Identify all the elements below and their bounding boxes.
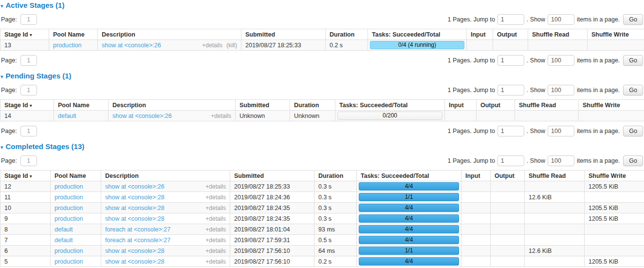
col-header-stage-id[interactable]: Stage Id▾ [0, 171, 51, 181]
col-header-pool-name[interactable]: Pool Name [49, 29, 98, 40]
show-text: . Show [527, 157, 545, 164]
cell-duration: 0.3 s [314, 213, 357, 224]
go-button[interactable]: Go [623, 85, 643, 96]
details-toggle[interactable]: +details [205, 194, 226, 201]
page-number-button[interactable]: 1 [20, 55, 37, 66]
jump-to-page-input[interactable] [497, 85, 524, 96]
col-header-input[interactable]: Input [445, 100, 477, 111]
cell-tasks: 4/4 [357, 181, 461, 192]
cell-shuffle-read [528, 40, 588, 51]
col-header-output[interactable]: Output [491, 171, 525, 181]
pool-name-link[interactable]: default [55, 237, 73, 244]
cell-description: show at <console>:26+details(kill) [98, 40, 241, 51]
col-header-duration[interactable]: Duration [314, 171, 357, 181]
jump-to-page-input[interactable] [497, 155, 524, 166]
description-link[interactable]: show at <console>:26 [112, 113, 172, 119]
col-header-tasks[interactable]: Tasks: Succeeded/Total [357, 171, 461, 181]
details-toggle[interactable]: +details [205, 183, 226, 190]
col-header-output[interactable]: Output [477, 100, 515, 111]
page-number-button[interactable]: 1 [20, 155, 37, 166]
go-button[interactable]: Go [623, 155, 643, 166]
details-toggle[interactable]: +details [211, 113, 231, 119]
details-toggle[interactable]: +details [205, 237, 226, 244]
col-header-shuffle-write[interactable]: Shuffle Write [579, 100, 644, 111]
col-header-output[interactable]: Output [493, 29, 528, 40]
description-link[interactable]: foreach at <console>:27 [105, 237, 170, 244]
details-toggle[interactable]: +details [205, 226, 226, 233]
pool-name-link[interactable]: production [55, 248, 83, 254]
description-link[interactable]: show at <console>:28 [105, 215, 165, 222]
table-header-row: Stage Id▾ Pool Name Description Submitte… [0, 171, 644, 181]
section-title-active-stages[interactable]: ▾Active Stages (1) [0, 1, 644, 10]
pool-name-link[interactable]: production [53, 42, 81, 49]
cell-output [493, 40, 528, 51]
go-button[interactable]: Go [623, 14, 643, 25]
description-link[interactable]: show at <console>:28 [105, 194, 165, 201]
details-toggle[interactable]: +details [205, 248, 226, 254]
description-link[interactable]: show at <console>:28 [105, 248, 165, 254]
col-header-shuffle-write[interactable]: Shuffle Write [585, 171, 644, 181]
col-header-tasks[interactable]: Tasks: Succeeded/Total [368, 29, 467, 40]
description-link[interactable]: show at <console>:28 [105, 205, 165, 211]
page-number-button[interactable]: 1 [20, 85, 37, 96]
go-button[interactable]: Go [623, 55, 643, 66]
col-header-stage-id[interactable]: Stage Id▾ [0, 29, 49, 40]
col-header-shuffle-write[interactable]: Shuffle Write [588, 29, 644, 40]
jump-to-page-input[interactable] [497, 14, 524, 25]
col-header-description[interactable]: Description [98, 29, 241, 40]
col-header-description[interactable]: Description [109, 100, 236, 111]
col-header-shuffle-read[interactable]: Shuffle Read [515, 100, 579, 111]
col-header-duration[interactable]: Duration [290, 100, 335, 111]
col-header-duration[interactable]: Duration [326, 29, 368, 40]
show-items-input[interactable] [548, 155, 574, 166]
jump-to-page-input[interactable] [497, 126, 524, 136]
col-header-submitted[interactable]: Submitted [241, 29, 326, 40]
col-header-label: Stage Id [4, 102, 28, 109]
show-items-input[interactable] [548, 126, 574, 136]
jump-to-page-input[interactable] [497, 55, 524, 66]
tasks-progress-bar: 1/1 [359, 193, 459, 201]
show-text: . Show [527, 16, 545, 23]
cell-stage-id: 14 [0, 111, 54, 121]
pool-name-link[interactable]: production [55, 194, 83, 201]
section-title-completed-stages[interactable]: ▾Completed Stages (13) [0, 143, 644, 151]
col-header-input[interactable]: Input [461, 171, 491, 181]
col-header-submitted[interactable]: Submitted [236, 100, 290, 111]
page-number-button[interactable]: 1 [20, 126, 37, 136]
details-toggle[interactable]: +details [202, 42, 222, 49]
description-link[interactable]: show at <console>:28 [105, 258, 165, 265]
details-toggle[interactable]: +details [205, 205, 226, 211]
show-items-input[interactable] [548, 14, 574, 25]
kill-link[interactable]: (kill) [226, 42, 237, 49]
pool-name-link[interactable]: production [55, 205, 83, 211]
pool-name-link[interactable]: production [55, 183, 83, 190]
details-toggle[interactable]: +details [205, 258, 226, 265]
col-header-input[interactable]: Input [467, 29, 493, 40]
description-link[interactable]: show at <console>:26 [105, 183, 165, 190]
pool-name-link[interactable]: production [55, 258, 83, 265]
cell-input [461, 256, 491, 267]
col-header-shuffle-read[interactable]: Shuffle Read [525, 171, 585, 181]
pool-name-link[interactable]: default [58, 113, 76, 119]
description-link[interactable]: show at <console>:26 [102, 42, 161, 49]
col-header-shuffle-read[interactable]: Shuffle Read [528, 29, 588, 40]
col-header-pool-name[interactable]: Pool Name [54, 100, 109, 111]
page-number-button[interactable]: 1 [20, 14, 37, 25]
show-items-input[interactable] [548, 85, 574, 96]
col-header-pool-name[interactable]: Pool Name [51, 171, 101, 181]
section-title-pending-stages[interactable]: ▾Pending Stages (1) [0, 72, 644, 80]
description-link[interactable]: foreach at <console>:27 [105, 226, 170, 233]
col-header-tasks[interactable]: Tasks: Succeeded/Total [335, 100, 445, 111]
col-header-submitted[interactable]: Submitted [230, 171, 314, 181]
cell-input [467, 40, 493, 51]
col-header-stage-id[interactable]: Stage Id▾ [0, 100, 54, 111]
pool-name-link[interactable]: default [55, 226, 73, 233]
show-items-input[interactable] [548, 55, 574, 66]
tasks-progress-label: 4/4 [405, 183, 413, 190]
col-header-description[interactable]: Description [101, 171, 230, 181]
cell-pool-name: production [51, 256, 101, 267]
pagination-bar-pending-bottom: Page: 1 1 Pages. Jump to . Show items in… [1, 124, 643, 137]
details-toggle[interactable]: +details [205, 215, 226, 222]
go-button[interactable]: Go [623, 126, 643, 136]
pool-name-link[interactable]: production [55, 215, 83, 222]
